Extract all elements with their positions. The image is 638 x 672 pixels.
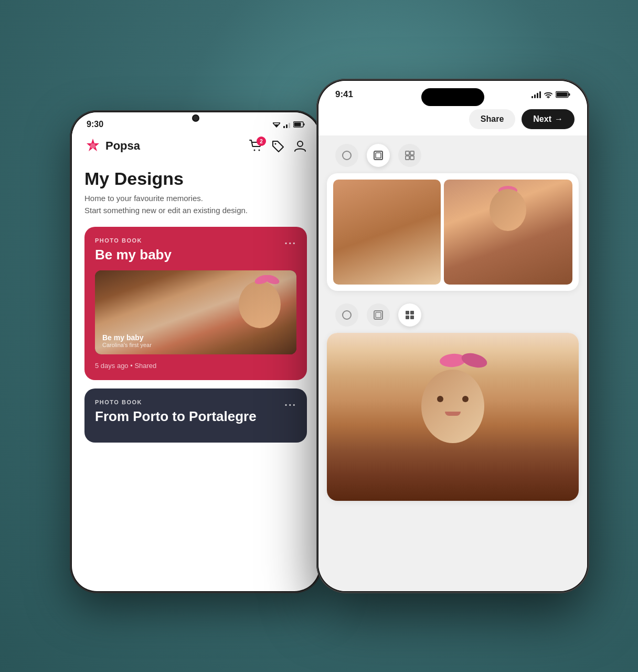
signal-icon-left	[283, 121, 290, 128]
svg-rect-25	[410, 311, 414, 314]
card-meta-1: 5 days ago • Shared	[95, 362, 296, 370]
left-phone: 9:30	[70, 110, 322, 593]
dynamic-island	[421, 88, 484, 106]
circle-icon-1	[342, 150, 352, 161]
share-button[interactable]: Share	[469, 109, 515, 129]
card-more-button-1[interactable]: ···	[284, 237, 296, 249]
grid-icon-2	[405, 310, 415, 320]
right-phone: 9:41	[316, 79, 589, 593]
frame-icon-2	[373, 310, 384, 320]
layout-option-grid-2[interactable]	[398, 303, 421, 327]
svg-point-6	[254, 150, 256, 151]
photo-card-1	[327, 173, 579, 291]
profile-icon[interactable]	[293, 140, 307, 152]
svg-point-7	[259, 150, 260, 151]
tag-icon[interactable]	[271, 140, 285, 152]
svg-rect-16	[376, 153, 381, 158]
svg-rect-27	[410, 316, 414, 319]
svg-rect-18	[410, 151, 414, 155]
circle-icon-2	[342, 310, 352, 320]
svg-rect-13	[557, 92, 568, 97]
wifi-icon-right	[544, 91, 552, 98]
card-overlay-sub: Carolina's first year	[102, 342, 152, 348]
photo-card-2	[327, 333, 579, 501]
battery-icon-left	[293, 121, 305, 128]
svg-rect-17	[406, 151, 409, 155]
card-overlay-title: Be my baby	[102, 333, 152, 342]
svg-rect-24	[406, 311, 409, 314]
design-card-1[interactable]: ··· PHOTO BOOK Be my baby	[84, 227, 307, 380]
frame-icon-1	[373, 150, 384, 161]
svg-point-14	[343, 151, 351, 160]
photo-card-1-inner	[327, 173, 579, 291]
status-icons-right	[531, 91, 570, 98]
svg-rect-26	[406, 316, 409, 319]
photo-slot-1-left	[333, 180, 441, 285]
camera-dot-left	[192, 114, 199, 122]
svg-rect-12	[569, 93, 570, 96]
popsa-logo: Popsa	[84, 138, 140, 154]
svg-rect-3	[304, 123, 305, 125]
photo-slot-1-right	[444, 180, 572, 285]
cart-button[interactable]: 2	[249, 140, 263, 152]
card-type-1: PHOTO BOOK	[95, 237, 296, 244]
card-more-button-2[interactable]: ···	[284, 399, 296, 411]
card-type-2: PHOTO BOOK	[95, 399, 296, 405]
layout-option-circle-1[interactable]	[335, 144, 358, 167]
layout-option-circle-2[interactable]	[335, 303, 358, 327]
grid-icon-1	[405, 150, 415, 161]
page-subtitle: Home to your favourite memories. Start s…	[84, 193, 307, 216]
app-content: My Designs Home to your favourite memori…	[72, 161, 320, 591]
app-name: Popsa	[105, 139, 140, 153]
svg-rect-20	[410, 156, 414, 160]
layout-option-grid-1[interactable]	[398, 144, 421, 167]
svg-rect-19	[406, 156, 409, 160]
popsa-logo-icon	[84, 138, 101, 154]
layout-option-frame-1[interactable]	[367, 144, 390, 167]
svg-point-9	[297, 141, 303, 146]
card-title-2: From Porto to Portalegre	[95, 408, 296, 425]
photo-large-baby	[327, 333, 579, 501]
next-button[interactable]: Next →	[522, 109, 575, 129]
layout-options-row-1	[318, 135, 587, 173]
svg-point-10	[548, 97, 549, 98]
nav-icons: 2	[249, 140, 307, 152]
card-title-1: Be my baby	[95, 247, 296, 263]
time-left: 9:30	[87, 120, 103, 129]
wifi-icon-left	[273, 121, 280, 128]
cart-badge: 2	[257, 136, 266, 146]
page-title: My Designs	[84, 169, 307, 188]
right-content	[318, 135, 587, 591]
app-nav: Popsa 2	[72, 133, 320, 161]
svg-point-21	[343, 311, 351, 319]
battery-icon-right	[556, 91, 570, 98]
layout-options-row-2	[318, 299, 587, 333]
status-icons-left	[273, 121, 305, 128]
action-bar: Share Next →	[318, 104, 587, 135]
layout-option-frame-2[interactable]	[367, 303, 390, 327]
svg-point-5	[90, 143, 95, 149]
time-right: 9:41	[335, 89, 353, 100]
design-card-2[interactable]: ··· PHOTO BOOK From Porto to Portalegre	[84, 388, 307, 443]
svg-rect-23	[376, 312, 381, 318]
svg-point-8	[275, 143, 277, 145]
svg-rect-4	[294, 123, 301, 127]
card-image-1: Be my baby Carolina's first year	[95, 270, 296, 354]
signal-icon-right	[531, 91, 541, 98]
